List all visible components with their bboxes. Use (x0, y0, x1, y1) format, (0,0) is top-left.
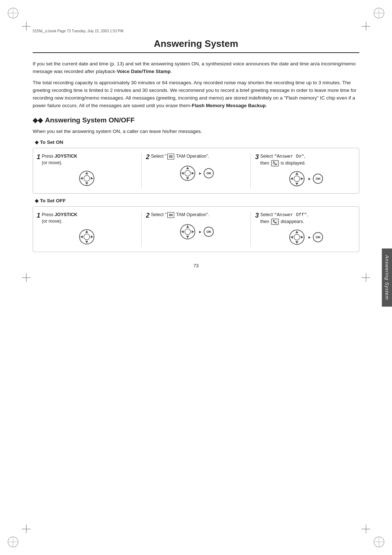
joystick-icon-6 (287, 228, 306, 247)
ok-button-1: OK (204, 168, 214, 178)
joystick-icon-5 (178, 222, 197, 241)
joystick-icon-3 (287, 169, 306, 188)
step-number-1-off: 1 (37, 212, 40, 219)
crosshair-mr (362, 273, 370, 282)
divider-3 (141, 212, 142, 247)
svg-point-37 (185, 229, 191, 235)
svg-marker-41 (192, 230, 194, 233)
joystick-icon-2 (178, 164, 197, 183)
svg-marker-16 (80, 177, 83, 180)
set-off-label: ◆ To Set OFF (35, 198, 359, 203)
set-on-step-2: 2 Select "📼 TAM Operation". ► OK (146, 153, 246, 188)
set-off-step-3: 3 Select "Answer Off",then 📞 disappears.… (255, 212, 355, 247)
arrow-icon-4: ► (308, 235, 312, 239)
svg-marker-20 (186, 167, 189, 169)
corner-decoration-br (372, 535, 385, 548)
svg-marker-28 (290, 177, 293, 180)
arrow-icon-1: ► (199, 171, 203, 175)
set-on-step-3: 3 Select "Answer On",then 📞 is displayed… (255, 153, 355, 188)
divider-4 (250, 212, 251, 247)
crosshair-bl (22, 524, 30, 533)
diamonds-icon: ◆◆ (33, 116, 43, 124)
answer-on-icon: 📞 (271, 160, 279, 166)
section-subtitle: When you set the answering system ON, a … (33, 128, 359, 135)
set-off-step-2: 2 Select "📼 TAM Operation". ► OK (146, 212, 246, 247)
crosshair-tr (362, 22, 370, 31)
svg-marker-40 (181, 230, 184, 233)
step-1-off-text: Press JOYSTICK(or move). (42, 212, 137, 224)
corner-decoration-tl (7, 7, 20, 20)
step-2-off-text: Select "📼 TAM Operation". (151, 212, 246, 219)
ok-button-4: OK (313, 232, 323, 242)
svg-point-43 (294, 234, 300, 240)
tam-icon: 📼 (167, 154, 174, 160)
joystick-ok-combo-2: ► OK (287, 169, 323, 188)
tam-icon-2: 📼 (167, 212, 174, 218)
diamond-icon-off: ◆ (35, 198, 38, 203)
svg-point-31 (84, 234, 90, 240)
intro-paragraph-1: If you set the current date and time (p.… (33, 60, 359, 76)
step-1-text: Press JOYSTICK(or move). (42, 153, 137, 166)
set-on-steps: 1 Press JOYSTICK(or move). 2 Select "📼 T… (33, 148, 359, 194)
svg-point-25 (294, 176, 300, 182)
joystick-ok-combo-1: ► OK (178, 164, 214, 183)
svg-marker-17 (91, 177, 93, 180)
crosshair-br (362, 524, 370, 533)
side-tab: Answering System (382, 248, 392, 307)
joystick-ok-combo-4: ► OK (287, 228, 323, 247)
svg-marker-44 (295, 231, 298, 233)
svg-marker-45 (295, 241, 298, 244)
svg-point-13 (84, 175, 90, 181)
crosshair-ml (22, 273, 30, 282)
svg-marker-27 (295, 183, 298, 185)
svg-marker-15 (85, 182, 88, 185)
svg-marker-29 (301, 177, 303, 180)
svg-point-19 (185, 170, 191, 176)
svg-marker-23 (192, 172, 194, 175)
section-title: ◆◆ Answering System ON/OFF (33, 116, 359, 124)
svg-marker-34 (80, 235, 83, 238)
step-number-2: 2 (146, 153, 150, 161)
svg-marker-47 (301, 236, 303, 239)
svg-marker-26 (295, 172, 298, 175)
joystick-ok-combo-3: ► OK (178, 222, 214, 241)
svg-marker-22 (181, 172, 184, 175)
svg-marker-21 (186, 177, 189, 180)
step-number-1: 1 (37, 153, 40, 161)
divider-1 (141, 153, 142, 188)
intro-paragraph-2: The total recording capacity is approxim… (33, 79, 359, 110)
diamond-icon: ◆ (35, 139, 38, 145)
joystick-icon-1 (77, 169, 96, 188)
set-off-step-1: 1 Press JOYSTICK(or move). (37, 212, 137, 247)
joystick-icon-4 (77, 227, 96, 246)
arrow-icon-3: ► (199, 230, 203, 234)
svg-marker-35 (91, 235, 93, 238)
svg-marker-14 (85, 172, 88, 174)
set-off-steps: 1 Press JOYSTICK(or move). 2 Select "📼 T… (33, 206, 359, 252)
corner-decoration-bl (7, 535, 20, 548)
file-info: 515NL_e.book Page 73 Tuesday, July 15, 2… (33, 29, 359, 33)
crosshair-tl (22, 22, 30, 31)
ok-button-3: OK (204, 227, 214, 237)
svg-marker-38 (186, 225, 189, 228)
step-3-text: Select "Answer On",then 📞 is displayed. (260, 153, 355, 166)
page-title: Answering System (33, 38, 359, 53)
step-2-text: Select "📼 TAM Operation". (151, 153, 246, 161)
step-3-off-text: Select "Answer Off",then 📞 disappears. (260, 212, 355, 225)
page-number: 73 (33, 263, 359, 268)
svg-marker-32 (85, 230, 88, 233)
step-number-2-off: 2 (146, 212, 150, 219)
svg-marker-33 (85, 241, 88, 243)
answer-off-icon: 📞 (271, 219, 279, 225)
arrow-icon-2: ► (308, 177, 312, 181)
step-number-3-off: 3 (255, 212, 259, 219)
svg-marker-39 (186, 236, 189, 238)
svg-marker-46 (290, 236, 293, 239)
corner-decoration-tr (372, 7, 385, 20)
step-number-3: 3 (255, 153, 259, 161)
set-on-step-1: 1 Press JOYSTICK(or move). (37, 153, 137, 188)
ok-button-2: OK (313, 174, 323, 184)
set-on-label: ◆ To Set ON (35, 139, 359, 145)
divider-2 (250, 153, 251, 188)
